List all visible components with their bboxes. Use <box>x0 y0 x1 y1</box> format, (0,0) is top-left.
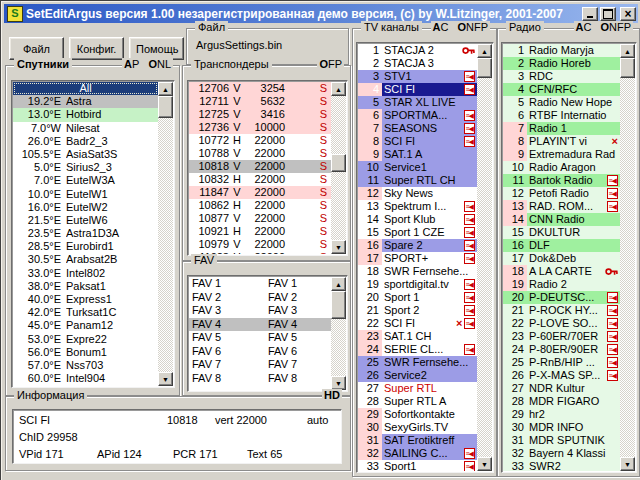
fav-row[interactable]: FAV 8FAV 8 <box>189 372 331 386</box>
satellite-row[interactable]: 33.0°EIntel802 <box>13 267 158 280</box>
satellite-row[interactable]: 57.0°ENss703 <box>13 359 158 372</box>
maximize-button[interactable] <box>600 7 616 21</box>
radio-channel-row[interactable]: 18A LA CARTE <box>503 265 620 278</box>
radio-channel-row[interactable]: 9Extremadura Rad <box>503 148 620 161</box>
tv-channel-row[interactable]: 12Sky News <box>358 187 477 200</box>
radio-channel-row[interactable]: 28MDR FIGARO <box>503 395 620 408</box>
scroll-down-icon[interactable]: ▼ <box>477 457 492 471</box>
radio-scrollbar[interactable]: ▲ ▼ <box>620 44 635 471</box>
radio-channel-row[interactable]: 1Radio Maryja <box>503 44 620 57</box>
tv-channel-row[interactable]: 11Super RTL CH <box>358 174 477 187</box>
satellite-row[interactable]: 26.0°EBadr2_3 <box>13 135 158 148</box>
tv-channel-row[interactable]: 21Sport 2≡◀ <box>358 304 477 317</box>
transponder-row[interactable]: 12706V3254S <box>189 82 331 95</box>
transponder-row[interactable]: 10788V22000S <box>189 147 331 160</box>
radio-channel-row[interactable]: 25P-RnB/HIP ...≡◀ <box>503 356 620 369</box>
radio-channel-row[interactable]: 33SWR2 <box>503 460 620 471</box>
tv-channel-row[interactable]: 24SERIE CL...≡◀ <box>358 343 477 356</box>
scrollbar-thumb[interactable] <box>331 291 346 319</box>
tv-scrollbar[interactable]: ▲ ▼ <box>477 44 492 471</box>
radio-channel-row[interactable]: 2Radio Horeb <box>503 57 620 70</box>
transponder-row[interactable]: 10921H22000S <box>189 225 331 238</box>
satellite-row[interactable]: All <box>13 82 158 95</box>
satellite-row[interactable]: 21.5°EEutelW6 <box>13 214 158 227</box>
scroll-down-icon[interactable]: ▼ <box>331 240 346 254</box>
tv-channel-row[interactable]: 19sportdigital.tv≡◀ <box>358 278 477 291</box>
transponder-row[interactable]: 10862H22000S <box>189 199 331 212</box>
satellite-row[interactable]: 53.0°EExpre22 <box>13 333 158 346</box>
satellite-row[interactable]: 23.5°EAstra1D3A <box>13 227 158 240</box>
tv-channel-row[interactable]: 28Super RTL A <box>358 395 477 408</box>
radio-channel-row[interactable]: 16DLF <box>503 239 620 252</box>
satellites-scrollbar[interactable]: ▲ ▼ <box>158 82 173 386</box>
tv-channel-row[interactable]: 29Sofortkontakte <box>358 408 477 421</box>
radio-channel-row[interactable]: 10Radio Aragon <box>503 161 620 174</box>
fav-row[interactable]: FAV 1FAV 1 <box>189 277 331 291</box>
radio-channel-row[interactable]: 22P-LOVE SO...≡◀ <box>503 317 620 330</box>
satellite-row[interactable]: 19.2°EAstra <box>13 95 158 108</box>
radio-channel-row[interactable]: 19Radio 2 <box>503 278 620 291</box>
satellite-row[interactable]: 30.5°EArabsat2B <box>13 253 158 266</box>
radio-channel-row[interactable]: 21P-ROCK HY...≡◀ <box>503 304 620 317</box>
tv-channel-row[interactable]: 16Spare 2≡◀ <box>358 239 477 252</box>
scroll-down-icon[interactable]: ▼ <box>158 372 173 386</box>
satellite-row[interactable]: 7.0°WNilesat <box>13 122 158 135</box>
transponder-row[interactable]: 12736V10000S <box>189 121 331 134</box>
tv-channel-row[interactable]: 9SAT.1 A <box>358 148 477 161</box>
scroll-up-icon[interactable]: ▲ <box>158 82 173 96</box>
radio-channel-row[interactable]: 20P-DEUTSC...≡◀ <box>503 291 620 304</box>
tv-channel-row[interactable]: 14Sport Klub≡◀ <box>358 213 477 226</box>
satellite-row[interactable]: 40.0°EExpress1 <box>13 293 158 306</box>
radio-channel-row[interactable]: 6RTBF Internatio <box>503 109 620 122</box>
radio-channel-row[interactable]: 4CFN/RFC <box>503 83 620 96</box>
tv-channel-row[interactable]: 15Sport 1 CZE≡◀ <box>358 226 477 239</box>
transponder-row[interactable]: 10877V22000S <box>189 212 331 225</box>
radio-channel-row[interactable]: 23P-60ER/70ER≡◀ <box>503 330 620 343</box>
tv-channel-row[interactable]: 4SCI FI≡◀ <box>358 83 477 96</box>
radio-channel-row[interactable]: 8PLAYIN'T vi× <box>503 135 620 148</box>
scroll-down-icon[interactable]: ▼ <box>331 376 346 390</box>
transponder-row[interactable]: 11847V22000S <box>189 186 331 199</box>
transponder-row[interactable]: 10979V22000S <box>189 238 331 251</box>
radio-channel-row[interactable]: 13RAD. ROM...≡◀ <box>503 200 620 213</box>
satellite-row[interactable]: 13.0°EHotbird <box>13 108 158 121</box>
transponder-row[interactable]: 10772H22000S <box>189 134 331 147</box>
radio-channel-row[interactable]: 26P-X-MAS SP...≡◀ <box>503 369 620 382</box>
tv-channel-row[interactable]: 2STACJA 3 <box>358 57 477 70</box>
tv-channel-row[interactable]: 3STV1≡◀ <box>358 70 477 83</box>
satellite-row[interactable]: 5.0°ESirius2_3 <box>13 161 158 174</box>
fav-row[interactable]: FAV 7FAV 7 <box>189 358 331 372</box>
radio-channel-row[interactable]: 29hr2 <box>503 408 620 421</box>
tv-channel-row[interactable]: 7SEASONS≡◀ <box>358 122 477 135</box>
satellite-row[interactable]: 56.0°EBonum1 <box>13 346 158 359</box>
tv-channel-row[interactable]: 25SWR Fernsehe... <box>358 356 477 369</box>
satellite-row[interactable]: 7.0°EEutelW3A <box>13 174 158 187</box>
transponders-scrollbar[interactable]: ▲ ▼ <box>331 82 346 254</box>
radio-channel-row[interactable]: 14CNN Radio <box>503 213 620 226</box>
radio-channel-row[interactable]: 27NDR Kultur <box>503 382 620 395</box>
tv-channel-row[interactable]: 6SPORTMA...≡◀ <box>358 109 477 122</box>
satellite-row[interactable]: 42.0°ETurksat1C <box>13 306 158 319</box>
tv-channel-row[interactable]: 27Super RTL <box>358 382 477 395</box>
tv-channel-row[interactable]: 33Sport1≡◀ <box>358 460 477 471</box>
fav-row[interactable]: FAV 4FAV 4 <box>189 318 331 332</box>
tv-channel-row[interactable]: 17SPORT+≡◀ <box>358 252 477 265</box>
tv-channel-row[interactable]: 31SAT Erotiktreff <box>358 434 477 447</box>
transponder-row[interactable]: 12725V3416S <box>189 108 331 121</box>
file-menu-button[interactable]: Файл <box>9 37 64 60</box>
scrollbar-thumb[interactable] <box>477 58 492 78</box>
radio-channel-row[interactable]: 30MDR INFO <box>503 421 620 434</box>
fav-row[interactable]: FAV 3FAV 3 <box>189 304 331 318</box>
radio-channel-row[interactable]: 24P-80ER/90ER≡◀ <box>503 343 620 356</box>
scroll-up-icon[interactable]: ▲ <box>331 82 346 96</box>
radio-channel-row[interactable]: 31MDR SPUTNIK <box>503 434 620 447</box>
satellite-row[interactable]: 16.0°EEutelW2 <box>13 201 158 214</box>
radio-channel-row[interactable]: 11Bartok Radio≡◀ <box>503 174 620 187</box>
radio-channel-row[interactable]: 15DKULTUR <box>503 226 620 239</box>
minimize-button[interactable] <box>582 7 598 21</box>
radio-channel-row[interactable]: 32Bayern 4 Klassi <box>503 447 620 460</box>
config-menu-button[interactable]: Конфиг. <box>69 37 124 60</box>
radio-channel-row[interactable]: 12Petofi Radio≡◀ <box>503 187 620 200</box>
radio-channel-row[interactable]: 3RDC <box>503 70 620 83</box>
scrollbar-thumb[interactable] <box>620 58 635 78</box>
